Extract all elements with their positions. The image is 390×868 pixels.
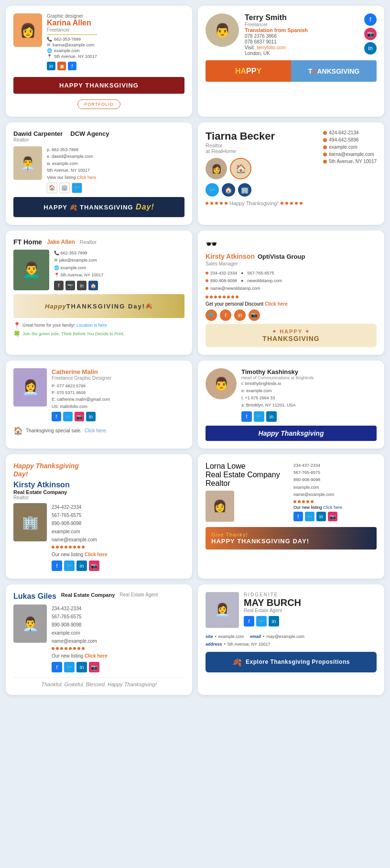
terry-location: London, UK (245, 51, 308, 56)
karina-sub: Freelancer (47, 27, 97, 33)
dawid-building-icon[interactable]: 🏢 (59, 183, 70, 193)
kirsty9-website: example.com (52, 527, 184, 536)
lukas-instagram-icon[interactable]: 📷 (89, 662, 99, 672)
timothy-twitter-icon[interactable]: 🐦 (254, 411, 264, 422)
kirsty9-company: Real Estate Company (13, 489, 184, 495)
terry-website-link[interactable]: terryfolio.com (257, 45, 286, 50)
fthome-banner-text: Happy (45, 303, 66, 310)
fthome-home-icon[interactable]: 🏠 (88, 281, 98, 290)
lorna-role: Realtor (206, 479, 289, 488)
kirsty9-facebook-icon[interactable]: f (52, 560, 62, 571)
may-header: 👩‍💼 Ridgenite MAY BURCH Real Estate Agen… (206, 592, 377, 629)
timothy-name: Timothy Kashinsky (241, 368, 314, 375)
fthome-instagram-icon[interactable]: 📷 (65, 281, 75, 290)
lukas-website: example.com (52, 629, 184, 637)
lorna-instagram-icon[interactable]: 📷 (328, 512, 337, 521)
fthome-name: Jake Allen (47, 239, 75, 245)
timothy-email: t: timothybrightnds.io (241, 380, 314, 387)
terry-instagram-icon[interactable]: 📷 (364, 28, 377, 40)
lorna-banner: Give Thanks! HAPPY THANKSGIVING DAY! (206, 527, 377, 549)
catherine-twitter-icon[interactable]: 🐦 (63, 412, 73, 421)
timothy-company: Head of Communications at Brightnds (241, 375, 314, 380)
catherine-linkedin-icon[interactable]: in (86, 412, 96, 421)
optivista-phone2: 567-765-6575 (248, 269, 274, 277)
fthome-location-link[interactable]: Location is here (76, 323, 107, 328)
tiarna-home-icon[interactable]: 🏠 (222, 183, 235, 197)
may-facebook-icon[interactable]: f (244, 616, 254, 626)
dawid-name-block: Dawid Carpenter Realtor (13, 130, 63, 143)
fthome-facebook-icon[interactable]: f (54, 281, 64, 290)
lorna-company: Real Estate Company (206, 471, 289, 479)
may-twitter-icon[interactable]: 🐦 (256, 616, 267, 626)
terry-phone2: 078 6837 9011 (245, 39, 308, 44)
kirsty9-twitter-icon[interactable]: 🐦 (64, 560, 75, 571)
fthome-green-icon: 🍀 (13, 330, 21, 337)
kirsty9-instagram-icon[interactable]: 📷 (89, 560, 99, 571)
timothy-banner-text: Happy Thanksgiving (259, 429, 324, 437)
card-kirsty-optivista: 🕶️ Kirsty Atkinson OptiVista Group Sales… (198, 231, 384, 355)
lorna-phone2: 567-765-6575 (293, 469, 377, 476)
fthome-photo: 👨‍🦱 (13, 250, 49, 290)
fthome-linkedin-icon[interactable]: in (77, 281, 87, 290)
kirsty9-linkedin-icon[interactable]: in (76, 560, 87, 571)
tiarna-twitter-icon[interactable]: 🐦 (206, 183, 219, 197)
lukas-listing-link[interactable]: Click here (85, 653, 108, 659)
lukas-twitter-icon[interactable]: 🐦 (64, 662, 75, 672)
lukas-listing: Our new listing Click here (52, 652, 184, 660)
optivista-twitter-icon[interactable]: 🐦 (206, 309, 217, 321)
karina-linkedin-icon[interactable]: in (47, 62, 55, 70)
tiarna-email1: example.com (323, 144, 377, 150)
terry-name: Terry Smith (245, 13, 308, 22)
catherine-instagram-icon[interactable]: 📷 (75, 412, 84, 421)
catherine-footer-text: Thanksgiving special sale. (26, 428, 82, 433)
lorna-facebook-icon[interactable]: f (293, 512, 303, 521)
tiarna-name: Tiarna Becker (206, 130, 275, 143)
optivista-dots (206, 296, 377, 298)
lorna-listing-link[interactable]: Click here (323, 505, 342, 510)
dawid-name: Dawid Carpenter (13, 130, 63, 137)
lorna-top: Lorna Lowe Real Estate Company Realtor 👩… (206, 462, 377, 523)
timothy-facebook-icon[interactable]: f (241, 411, 252, 422)
tiarna-address: 5th Avenue, NY 10017 (323, 159, 377, 164)
karina-instagram-icon[interactable]: ▣ (57, 62, 66, 70)
kirsty9-listing-link[interactable]: Click here (85, 552, 108, 557)
optivista-instagram-icon[interactable]: 📷 (249, 309, 260, 321)
may-site-row: site • example.com email • may@example.c… (206, 633, 377, 640)
lorna-linkedin-icon[interactable]: in (316, 512, 326, 521)
terry-translation: Translation from Spanish (245, 27, 308, 33)
lorna-twitter-icon[interactable]: 🐦 (305, 512, 314, 521)
lukas-phone3: 890-908-9098 (52, 621, 184, 629)
lukas-company: Real Estate Company (61, 592, 115, 601)
optivista-facebook-icon[interactable]: f (220, 309, 231, 321)
may-linkedin-icon[interactable]: in (269, 616, 279, 626)
fthome-green-row: 🍀 Join the green side. Think Before You … (13, 330, 184, 337)
lukas-facebook-icon[interactable]: f (52, 662, 62, 672)
timothy-linkedin-icon[interactable]: in (266, 411, 277, 422)
lukas-linkedin-icon[interactable]: in (76, 662, 87, 672)
catherine-photo: 👩‍💼 (13, 368, 47, 407)
terry-sub: Freelancer (245, 22, 308, 27)
lorna-banner-happy: HAPPY THANKSGIVING DAY! (211, 538, 371, 545)
dawid-twitter-icon[interactable]: 🐦 (72, 183, 82, 193)
may-info: Ridgenite MAY BURCH Real Estate Agent f … (244, 592, 301, 629)
karina-portfolio-button[interactable]: PORTFOLIO (77, 99, 121, 109)
card-lorna-lowe: Lorna Lowe Real Estate Company Realtor 👩… (198, 454, 384, 579)
dawid-agency-block: DCW Agency (70, 130, 109, 143)
catherine-footer-link[interactable]: Click here. (85, 428, 107, 433)
may-banner-button[interactable]: 🍂 Explore Thanksgiving Propositions (206, 652, 377, 672)
fthome-location-icon: 📍 (13, 322, 21, 329)
may-contact-info: site • example.com email • may@example.c… (206, 633, 377, 648)
optivista-company: OptiVista Group (258, 253, 305, 260)
karina-facebook-icon[interactable]: f (68, 62, 76, 70)
tiarna-building-icon[interactable]: 🏢 (238, 183, 251, 197)
terry-facebook-icon[interactable]: f (364, 13, 377, 26)
dawid-home-icon[interactable]: 🏠 (47, 183, 57, 193)
dawid-listing-link[interactable]: Click here (77, 175, 96, 180)
karina-role-label: Graphic designer (47, 13, 97, 19)
catherine-facebook-icon[interactable]: f (52, 412, 61, 421)
optivista-discount-link[interactable]: Click here (265, 301, 288, 307)
optivista-linkedin-icon[interactable]: in (234, 309, 246, 321)
lorna-name-email: name@example.com (293, 491, 377, 498)
terry-linkedin-icon[interactable]: in (364, 42, 377, 55)
fthome-content: 👨‍🦱 📞 662-353-7899 ✉ jake@example.com 🌐 … (13, 250, 184, 290)
